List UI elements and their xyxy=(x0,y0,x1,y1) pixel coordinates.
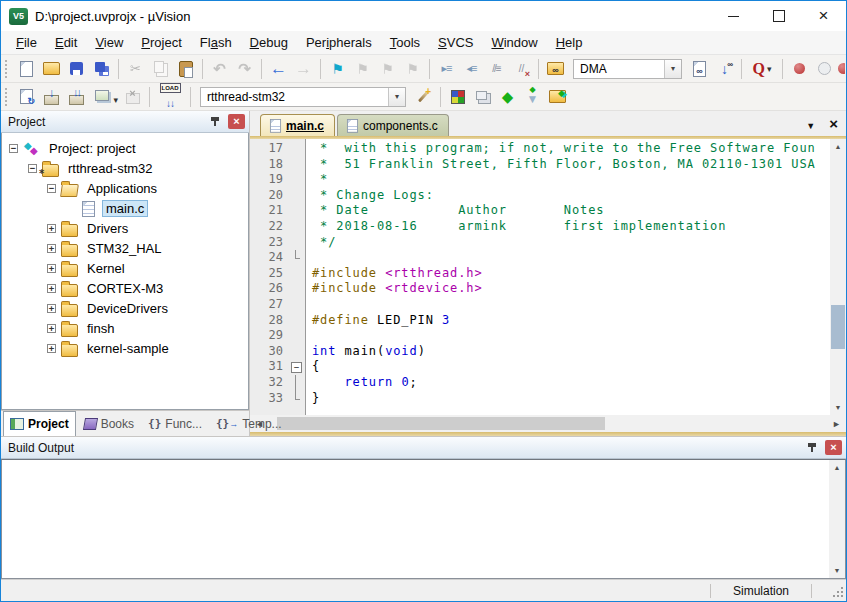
chevron-down-icon[interactable]: ▾ xyxy=(388,88,405,106)
bookmark-clear-button[interactable] xyxy=(400,57,425,81)
new-file-button[interactable] xyxy=(14,57,39,81)
menu-item-flash[interactable]: Flash xyxy=(191,33,241,52)
close-document-icon[interactable] xyxy=(829,115,838,133)
menu-item-help[interactable]: Help xyxy=(547,33,592,52)
editor-tab-components-c[interactable]: components.c xyxy=(337,114,449,136)
save-all-button[interactable] xyxy=(89,57,114,81)
menu-item-edit[interactable]: Edit xyxy=(46,33,86,52)
tree-item-finsh[interactable]: +finsh xyxy=(2,318,248,338)
cut-button[interactable] xyxy=(123,57,148,81)
funnel-button[interactable] xyxy=(520,85,545,109)
outdent-button[interactable] xyxy=(459,57,484,81)
editor-tab-main-c[interactable]: main.c xyxy=(260,114,335,136)
rte-diamond-button[interactable] xyxy=(495,85,520,109)
rebuild-button[interactable] xyxy=(64,85,89,109)
tree-expander-icon[interactable]: − xyxy=(9,144,18,153)
tree-item-main-c[interactable]: main.c xyxy=(2,198,248,218)
pin-icon[interactable] xyxy=(210,116,220,128)
batch-build-button[interactable] xyxy=(89,85,120,109)
bookmark-toggle-button[interactable] xyxy=(325,57,350,81)
close-button[interactable] xyxy=(801,1,846,31)
menu-item-peripherals[interactable]: Peripherals xyxy=(297,33,381,52)
editor-vscroll-thumb[interactable] xyxy=(831,305,845,349)
tree-item-project-project[interactable]: −Project: project xyxy=(2,138,248,158)
project-panel-close-icon[interactable] xyxy=(228,114,245,129)
open-file-button[interactable] xyxy=(39,57,64,81)
tree-expander-icon[interactable]: + xyxy=(47,244,56,253)
tree-expander-icon[interactable]: + xyxy=(47,324,56,333)
options-wand-button[interactable] xyxy=(411,85,436,109)
breakpoint-toggle-button[interactable] xyxy=(787,57,812,81)
tree-expander-icon[interactable]: + xyxy=(47,304,56,313)
tree-item-kernel-sample[interactable]: +kernel-sample xyxy=(2,338,248,358)
cascade-windows-button[interactable] xyxy=(470,85,495,109)
comment-button[interactable] xyxy=(484,57,509,81)
scroll-down-icon[interactable]: ▼ xyxy=(834,563,841,578)
tree-item-applications[interactable]: −Applications xyxy=(2,178,248,198)
paste-button[interactable] xyxy=(173,57,198,81)
stop-build-button[interactable] xyxy=(120,85,145,109)
menu-item-window[interactable]: Window xyxy=(482,33,546,52)
maximize-button[interactable] xyxy=(756,1,801,31)
find-combobox[interactable]: DMA▾ xyxy=(573,59,682,79)
manage-rte-button[interactable] xyxy=(445,85,470,109)
menu-item-debug[interactable]: Debug xyxy=(241,33,297,52)
find-button[interactable] xyxy=(746,57,778,81)
tree-item-drivers[interactable]: +Drivers xyxy=(2,218,248,238)
build-output-close-icon[interactable] xyxy=(825,440,842,455)
resize-grip[interactable] xyxy=(826,583,846,599)
tree-item-rtthread-stm32[interactable]: −rtthread-stm32 xyxy=(2,158,248,178)
bookmark-next-button[interactable] xyxy=(375,57,400,81)
menu-item-file[interactable]: File xyxy=(7,33,46,52)
folder-diamond-button[interactable] xyxy=(545,85,570,109)
tree-item-devicedrivers[interactable]: +DeviceDrivers xyxy=(2,298,248,318)
uncomment-button[interactable] xyxy=(509,57,534,81)
editor-horizontal-scrollbar[interactable]: ◄ ► xyxy=(250,415,846,432)
editor-hscroll-thumb[interactable] xyxy=(277,417,605,430)
tree-expander-icon[interactable]: + xyxy=(47,264,56,273)
breakpoint-edge-button[interactable] xyxy=(837,57,846,81)
tree-expander-icon[interactable]: + xyxy=(47,344,56,353)
scroll-down-icon[interactable]: ▼ xyxy=(835,400,842,415)
navigate-forward-button[interactable] xyxy=(291,57,316,81)
tree-item-cortex-m3[interactable]: +CORTEX-M3 xyxy=(2,278,248,298)
redo-button[interactable] xyxy=(232,57,257,81)
tab-list-dropdown-icon[interactable] xyxy=(806,115,815,133)
load-button[interactable]: LOAD xyxy=(154,85,186,109)
find-next-button[interactable] xyxy=(687,57,712,81)
menu-item-project[interactable]: Project xyxy=(132,33,190,52)
breakpoint-disable-button[interactable] xyxy=(812,57,837,81)
tab-project[interactable]: Project xyxy=(3,411,76,436)
menu-item-tools[interactable]: Tools xyxy=(381,33,429,52)
tree-expander-icon[interactable]: + xyxy=(47,284,56,293)
translate-button[interactable] xyxy=(14,85,39,109)
scroll-up-icon[interactable]: ▲ xyxy=(835,139,842,154)
tree-item-stm32-hal[interactable]: +STM32_HAL xyxy=(2,238,248,258)
build-output-scrollbar[interactable]: ▲ ▼ xyxy=(829,460,845,578)
chevron-down-icon[interactable]: ▾ xyxy=(664,60,681,78)
tab-func[interactable]: Func... xyxy=(142,411,208,436)
incremental-find-button[interactable] xyxy=(712,57,737,81)
build-button[interactable] xyxy=(39,85,64,109)
tree-expander-icon[interactable]: − xyxy=(28,164,37,173)
tree-item-kernel[interactable]: +Kernel xyxy=(2,258,248,278)
tree-expander-icon[interactable]: − xyxy=(47,184,56,193)
menu-item-svcs[interactable]: SVCS xyxy=(429,33,482,52)
tree-expander-icon[interactable]: + xyxy=(47,224,56,233)
undo-button[interactable] xyxy=(207,57,232,81)
indent-button[interactable] xyxy=(434,57,459,81)
editor-vertical-scrollbar[interactable]: ▲ ▼ xyxy=(830,139,846,415)
save-button[interactable] xyxy=(64,57,89,81)
navigate-back-button[interactable] xyxy=(266,57,291,81)
minimize-button[interactable] xyxy=(711,1,756,31)
pin-icon[interactable] xyxy=(807,442,817,454)
find-in-files-button[interactable] xyxy=(543,57,568,81)
tab-books[interactable]: Books xyxy=(78,411,140,436)
code-editor[interactable]: 17 * with this program; if not, write to… xyxy=(250,139,830,415)
scroll-right-icon[interactable]: ► xyxy=(827,419,846,429)
scroll-up-icon[interactable]: ▲ xyxy=(834,460,841,475)
bookmark-prev-button[interactable] xyxy=(350,57,375,81)
menu-item-view[interactable]: View xyxy=(86,33,132,52)
copy-button[interactable] xyxy=(148,57,173,81)
target-combobox[interactable]: rtthread-stm32▾ xyxy=(200,87,406,107)
